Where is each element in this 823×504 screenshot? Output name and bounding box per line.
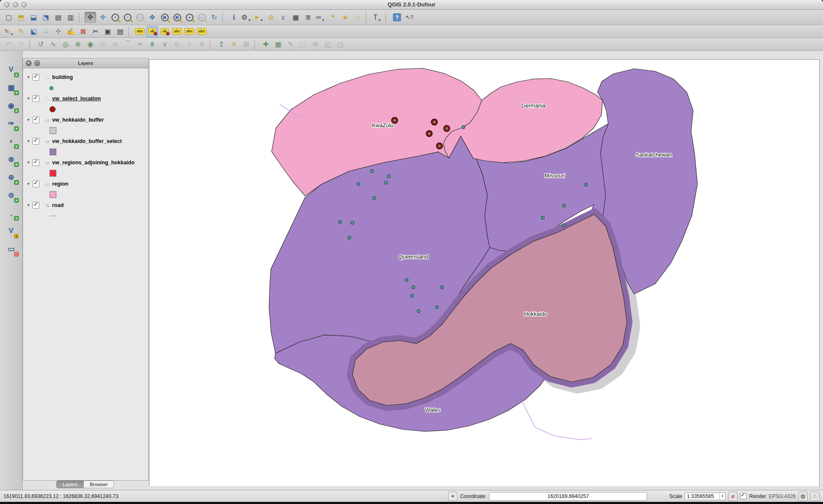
grass-new-mapset-icon[interactable]: ✳ <box>228 39 240 50</box>
save-project-icon[interactable]: ⬓ <box>28 12 39 23</box>
statistical-summary-icon[interactable]: ≣ <box>302 12 314 23</box>
log-messages-icon[interactable]: ⚠ <box>810 492 820 501</box>
remove-layer-icon[interactable]: ▭− <box>5 243 17 255</box>
add-mssql-layer-icon[interactable]: ◗+ <box>5 135 17 147</box>
rotate-feature-icon[interactable]: ↺ <box>35 39 47 50</box>
panel-close-icon[interactable]: ✕ <box>26 60 32 66</box>
label-rotate-icon[interactable]: abc <box>184 26 195 37</box>
layer-expand-icon[interactable]: ▼ <box>26 139 32 143</box>
text-annotation-icon[interactable]: T▼ <box>372 12 383 23</box>
zoom-to-layer-icon[interactable]: ▤ <box>171 12 183 23</box>
grass-new-raster-icon[interactable]: ▦ <box>272 39 284 50</box>
composer-manager-icon[interactable]: ▥ <box>65 12 76 23</box>
refresh-map-icon[interactable]: ↻ <box>208 12 220 23</box>
simplify-feature-icon[interactable]: ∿ <box>47 39 59 50</box>
open-attribute-table-icon[interactable]: ▦ <box>290 12 302 23</box>
select-features-icon[interactable]: ➤▼ <box>253 12 264 23</box>
layer-expand-icon[interactable]: ▼ <box>26 75 32 79</box>
zoom-out-icon[interactable]: − <box>122 12 133 23</box>
layer-item-road[interactable]: ▼∿road <box>23 199 148 212</box>
new-bookmark-icon[interactable]: ★ <box>340 12 351 23</box>
add-part-icon[interactable]: ⊕ <box>72 39 84 50</box>
split-parts-icon[interactable]: ⋎ <box>159 39 170 50</box>
layer-expand-icon[interactable]: ▼ <box>26 182 32 186</box>
layer-item-vw_hokkaido_buffer[interactable]: ▼▱vw_hokkaido_buffer <box>23 114 148 126</box>
layer-item-vw_select_location[interactable]: ▼∴vw_select_location <box>23 92 148 105</box>
layer-visibility-checkbox[interactable] <box>32 202 39 209</box>
scale-combo-arrow-icon[interactable]: ▼ <box>719 493 725 500</box>
new-shapefile-layer-icon[interactable]: V✳ <box>5 225 17 237</box>
grass-new-vector-icon[interactable]: ✚ <box>260 39 272 50</box>
map-canvas[interactable]: KwaZuluGermaniaSaskatchewanMissouriQueen… <box>149 59 820 487</box>
layer-item-region[interactable]: ▼▱region <box>23 178 148 190</box>
select-by-expression-icon[interactable]: ε <box>278 12 289 23</box>
move-feature-icon[interactable]: ✢ <box>53 26 64 37</box>
magnifier-lock-icon[interactable]: ⌀ <box>728 492 738 501</box>
grass-open-mapset-icon[interactable]: ↥ <box>216 39 227 50</box>
add-vector-layer-icon[interactable]: V+ <box>5 64 17 76</box>
layer-item-building[interactable]: ▼∴building <box>23 71 148 84</box>
offset-curve-icon[interactable]: ≈ <box>134 39 146 50</box>
save-layer-edits-icon[interactable]: ⬕ <box>28 26 39 37</box>
label-properties-icon[interactable]: abc <box>196 26 208 37</box>
current-edits-icon[interactable]: ✎▼ <box>3 26 15 37</box>
coordinate-input[interactable]: 1620169,6940257 <box>489 492 647 501</box>
crs-status-icon[interactable]: ◍ <box>798 492 808 501</box>
node-tool-icon[interactable]: ✍ <box>65 26 76 37</box>
whats-this-icon[interactable]: ↖? <box>404 12 415 23</box>
add-raster-layer-icon[interactable]: ▦+ <box>5 82 17 93</box>
fill-ring-icon[interactable]: ◉ <box>85 39 96 50</box>
run-feature-action-dropdown-icon[interactable]: ▼ <box>248 18 251 23</box>
deselect-features-icon[interactable]: ⊘ <box>265 12 277 23</box>
toggle-editing-icon[interactable]: ✎ <box>15 26 27 37</box>
cut-features-icon[interactable]: ✂ <box>90 26 101 37</box>
help-contents-icon[interactable]: ? <box>391 12 403 23</box>
render-checkbox[interactable] <box>740 493 747 499</box>
layer-visibility-checkbox[interactable] <box>32 181 39 187</box>
label-move-icon[interactable]: abc <box>171 26 183 37</box>
split-features-icon[interactable]: ⋔ <box>146 39 158 50</box>
label-highlight-pinned-icon[interactable]: ab <box>159 26 170 37</box>
map-tips-icon[interactable]: ❝ <box>327 12 339 23</box>
layer-visibility-checkbox[interactable] <box>32 138 39 145</box>
add-wms-layer-icon[interactable]: ⊛+ <box>5 153 17 165</box>
add-postgis-layer-icon[interactable]: ◉+ <box>5 99 17 111</box>
add-ring-icon[interactable]: ◎ <box>60 39 71 50</box>
label-pin-unpin-icon[interactable]: ab <box>146 26 158 37</box>
run-feature-action-icon[interactable]: ⚙▼ <box>240 12 252 23</box>
add-delimited-text-layer-icon[interactable]: ，+ <box>5 207 17 219</box>
measure-dropdown-icon[interactable]: ▼ <box>322 18 325 23</box>
copy-features-icon[interactable]: ▣ <box>102 26 114 37</box>
zoom-in-icon[interactable]: + <box>109 12 121 23</box>
measure-icon[interactable]: ═▼ <box>315 12 326 23</box>
layer-visibility-checkbox[interactable] <box>32 117 39 123</box>
mouse-position-icon[interactable]: ⌖ <box>448 492 457 501</box>
text-annotation-dropdown-icon[interactable]: ▼ <box>378 18 381 23</box>
delete-selected-icon[interactable]: ⊠ <box>77 26 89 37</box>
identify-features-icon[interactable]: ℹ <box>228 12 240 23</box>
save-project-as-icon[interactable]: ⬔ <box>40 12 52 23</box>
layer-visibility-checkbox[interactable] <box>32 95 39 102</box>
new-project-icon[interactable]: ▢ <box>3 12 15 23</box>
add-wcs-layer-icon[interactable]: ⊕+ <box>5 171 17 183</box>
scale-combo[interactable]: 1:33565585 ▼ <box>685 492 726 500</box>
current-edits-dropdown-icon[interactable]: ▼ <box>10 32 14 37</box>
tab-browser[interactable]: Browser <box>84 481 114 488</box>
layer-visibility-checkbox[interactable] <box>32 159 39 166</box>
layer-expand-icon[interactable]: ▼ <box>26 160 32 165</box>
panel-float-icon[interactable]: ❐ <box>34 60 40 66</box>
show-bookmarks-icon[interactable]: ☆ <box>352 12 363 23</box>
layer-expand-icon[interactable]: ▼ <box>26 96 32 101</box>
layer-visibility-checkbox[interactable] <box>32 74 39 81</box>
zoom-last-icon[interactable]: ◂ <box>184 12 195 23</box>
open-project-icon[interactable]: ⬒ <box>15 12 27 23</box>
add-spatialite-layer-icon[interactable]: ✑+ <box>5 117 17 129</box>
zoom-to-selection-icon[interactable]: ▣ <box>159 12 170 23</box>
select-features-dropdown-icon[interactable]: ▼ <box>260 18 264 23</box>
paste-features-icon[interactable]: ▤ <box>114 26 126 37</box>
tab-layers[interactable]: Layers <box>56 481 84 488</box>
pan-map-icon[interactable]: ✜ <box>85 12 96 23</box>
reshape-features-icon[interactable]: ⌒ <box>122 39 133 50</box>
layer-expand-icon[interactable]: ▼ <box>26 118 32 122</box>
new-print-composer-icon[interactable]: ▤ <box>53 12 64 23</box>
